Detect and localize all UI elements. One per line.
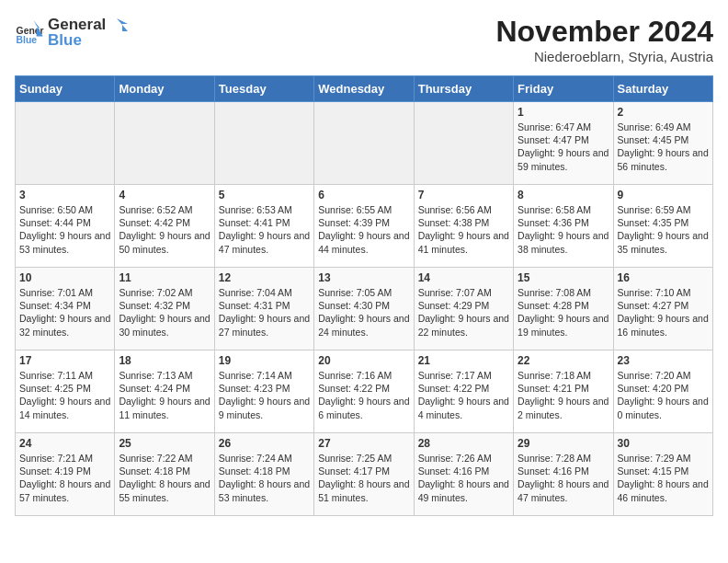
day-number: 27 <box>318 437 409 450</box>
cell-content: Sunrise: 7:24 AM Sunset: 4:18 PM Dayligh… <box>219 452 310 504</box>
day-number: 10 <box>19 271 110 284</box>
calendar-cell: 9Sunrise: 6:59 AM Sunset: 4:35 PM Daylig… <box>613 185 712 268</box>
day-number: 9 <box>618 189 709 201</box>
logo: General Blue General Blue <box>15 15 128 50</box>
day-number: 23 <box>618 354 709 367</box>
cell-content: Sunrise: 7:14 AM Sunset: 4:23 PM Dayligh… <box>219 369 310 421</box>
calendar-cell <box>16 102 115 185</box>
calendar-cell: 24Sunrise: 7:21 AM Sunset: 4:19 PM Dayli… <box>16 433 115 516</box>
cell-content: Sunrise: 6:55 AM Sunset: 4:39 PM Dayligh… <box>318 203 409 256</box>
header-saturday: Saturday <box>613 76 712 102</box>
cell-content: Sunrise: 7:21 AM Sunset: 4:19 PM Dayligh… <box>19 452 110 504</box>
day-number: 7 <box>418 189 509 201</box>
calendar-table: Sunday Monday Tuesday Wednesday Thursday… <box>15 75 713 516</box>
cell-content: Sunrise: 7:22 AM Sunset: 4:18 PM Dayligh… <box>119 452 210 504</box>
cell-content: Sunrise: 7:29 AM Sunset: 4:15 PM Dayligh… <box>618 452 709 504</box>
calendar-cell <box>214 102 313 185</box>
calendar-cell: 27Sunrise: 7:25 AM Sunset: 4:17 PM Dayli… <box>314 433 414 516</box>
header: General Blue General Blue November 2024 … <box>15 15 713 64</box>
cell-content: Sunrise: 7:05 AM Sunset: 4:30 PM Dayligh… <box>318 286 409 339</box>
cell-content: Sunrise: 7:18 AM Sunset: 4:21 PM Dayligh… <box>518 369 609 421</box>
cell-content: Sunrise: 7:25 AM Sunset: 4:17 PM Dayligh… <box>318 452 409 504</box>
calendar-week-3: 10Sunrise: 7:01 AM Sunset: 4:34 PM Dayli… <box>16 268 713 350</box>
day-number: 1 <box>518 106 609 119</box>
calendar-cell: 4Sunrise: 6:52 AM Sunset: 4:42 PM Daylig… <box>115 185 214 268</box>
cell-content: Sunrise: 7:26 AM Sunset: 4:16 PM Dayligh… <box>418 452 509 504</box>
page-wrapper: General Blue General Blue November 2024 … <box>15 15 713 516</box>
header-friday: Friday <box>514 76 613 102</box>
cell-content: Sunrise: 7:08 AM Sunset: 4:28 PM Dayligh… <box>518 286 609 339</box>
calendar-cell: 7Sunrise: 6:56 AM Sunset: 4:38 PM Daylig… <box>414 185 513 268</box>
calendar-cell: 16Sunrise: 7:10 AM Sunset: 4:27 PM Dayli… <box>613 268 712 350</box>
day-number: 24 <box>19 437 110 450</box>
day-number: 19 <box>219 354 310 367</box>
cell-content: Sunrise: 6:59 AM Sunset: 4:35 PM Dayligh… <box>618 203 709 256</box>
header-wednesday: Wednesday <box>314 76 414 102</box>
calendar-cell: 6Sunrise: 6:55 AM Sunset: 4:39 PM Daylig… <box>314 185 414 268</box>
svg-marker-3 <box>117 18 128 31</box>
cell-content: Sunrise: 7:16 AM Sunset: 4:22 PM Dayligh… <box>318 369 409 421</box>
calendar-cell: 19Sunrise: 7:14 AM Sunset: 4:23 PM Dayli… <box>214 350 313 433</box>
cell-content: Sunrise: 6:53 AM Sunset: 4:41 PM Dayligh… <box>219 203 310 256</box>
header-tuesday: Tuesday <box>214 76 313 102</box>
calendar-cell: 11Sunrise: 7:02 AM Sunset: 4:32 PM Dayli… <box>115 268 214 350</box>
day-number: 22 <box>518 354 609 367</box>
header-monday: Monday <box>115 76 214 102</box>
calendar-cell: 25Sunrise: 7:22 AM Sunset: 4:18 PM Dayli… <box>115 433 214 516</box>
day-number: 8 <box>518 189 609 201</box>
calendar-cell: 3Sunrise: 6:50 AM Sunset: 4:44 PM Daylig… <box>16 185 115 268</box>
month-year-title: November 2024 <box>495 15 713 49</box>
day-number: 26 <box>219 437 310 450</box>
calendar-week-5: 24Sunrise: 7:21 AM Sunset: 4:19 PM Dayli… <box>16 433 713 516</box>
cell-content: Sunrise: 7:20 AM Sunset: 4:20 PM Dayligh… <box>618 369 709 421</box>
calendar-cell: 18Sunrise: 7:13 AM Sunset: 4:24 PM Dayli… <box>115 350 214 433</box>
cell-content: Sunrise: 6:56 AM Sunset: 4:38 PM Dayligh… <box>418 203 509 256</box>
calendar-cell: 29Sunrise: 7:28 AM Sunset: 4:16 PM Dayli… <box>514 433 613 516</box>
calendar-week-4: 17Sunrise: 7:11 AM Sunset: 4:25 PM Dayli… <box>16 350 713 433</box>
header-sunday: Sunday <box>16 76 115 102</box>
cell-content: Sunrise: 6:47 AM Sunset: 4:47 PM Dayligh… <box>518 121 609 173</box>
day-number: 25 <box>119 437 210 450</box>
day-number: 20 <box>318 354 409 367</box>
day-number: 5 <box>219 189 310 201</box>
calendar-week-2: 3Sunrise: 6:50 AM Sunset: 4:44 PM Daylig… <box>16 185 713 268</box>
day-number: 14 <box>418 271 509 284</box>
calendar-cell: 21Sunrise: 7:17 AM Sunset: 4:22 PM Dayli… <box>414 350 513 433</box>
calendar-cell: 5Sunrise: 6:53 AM Sunset: 4:41 PM Daylig… <box>214 185 313 268</box>
cell-content: Sunrise: 6:52 AM Sunset: 4:42 PM Dayligh… <box>119 203 210 256</box>
cell-content: Sunrise: 7:10 AM Sunset: 4:27 PM Dayligh… <box>618 286 709 339</box>
calendar-cell: 15Sunrise: 7:08 AM Sunset: 4:28 PM Dayli… <box>514 268 613 350</box>
day-number: 17 <box>19 354 110 367</box>
cell-content: Sunrise: 7:28 AM Sunset: 4:16 PM Dayligh… <box>518 452 609 504</box>
calendar-cell: 20Sunrise: 7:16 AM Sunset: 4:22 PM Dayli… <box>314 350 414 433</box>
day-number: 16 <box>618 271 709 284</box>
svg-text:Blue: Blue <box>17 35 38 45</box>
calendar-cell: 12Sunrise: 7:04 AM Sunset: 4:31 PM Dayli… <box>214 268 313 350</box>
cell-content: Sunrise: 6:50 AM Sunset: 4:44 PM Dayligh… <box>19 203 110 256</box>
cell-content: Sunrise: 7:11 AM Sunset: 4:25 PM Dayligh… <box>19 369 110 421</box>
cell-content: Sunrise: 6:49 AM Sunset: 4:45 PM Dayligh… <box>618 121 709 173</box>
day-number: 6 <box>318 189 409 201</box>
calendar-header-row: Sunday Monday Tuesday Wednesday Thursday… <box>16 76 713 102</box>
day-number: 30 <box>618 437 709 450</box>
calendar-cell: 14Sunrise: 7:07 AM Sunset: 4:29 PM Dayli… <box>414 268 513 350</box>
calendar-cell: 13Sunrise: 7:05 AM Sunset: 4:30 PM Dayli… <box>314 268 414 350</box>
day-number: 21 <box>418 354 509 367</box>
title-section: November 2024 Niederoeblarn, Styria, Aus… <box>495 15 713 64</box>
calendar-cell <box>414 102 513 185</box>
day-number: 15 <box>518 271 609 284</box>
calendar-cell: 17Sunrise: 7:11 AM Sunset: 4:25 PM Dayli… <box>16 350 115 433</box>
logo-icon: General Blue <box>15 17 44 47</box>
calendar-cell <box>115 102 214 185</box>
cell-content: Sunrise: 7:17 AM Sunset: 4:22 PM Dayligh… <box>418 369 509 421</box>
day-number: 28 <box>418 437 509 450</box>
calendar-cell: 2Sunrise: 6:49 AM Sunset: 4:45 PM Daylig… <box>613 102 712 185</box>
day-number: 4 <box>119 189 210 201</box>
day-number: 12 <box>219 271 310 284</box>
calendar-cell: 28Sunrise: 7:26 AM Sunset: 4:16 PM Dayli… <box>414 433 513 516</box>
cell-content: Sunrise: 7:13 AM Sunset: 4:24 PM Dayligh… <box>119 369 210 421</box>
cell-content: Sunrise: 7:07 AM Sunset: 4:29 PM Dayligh… <box>418 286 509 339</box>
calendar-cell: 8Sunrise: 6:58 AM Sunset: 4:36 PM Daylig… <box>514 185 613 268</box>
calendar-cell: 10Sunrise: 7:01 AM Sunset: 4:34 PM Dayli… <box>16 268 115 350</box>
location-subtitle: Niederoeblarn, Styria, Austria <box>495 49 713 64</box>
